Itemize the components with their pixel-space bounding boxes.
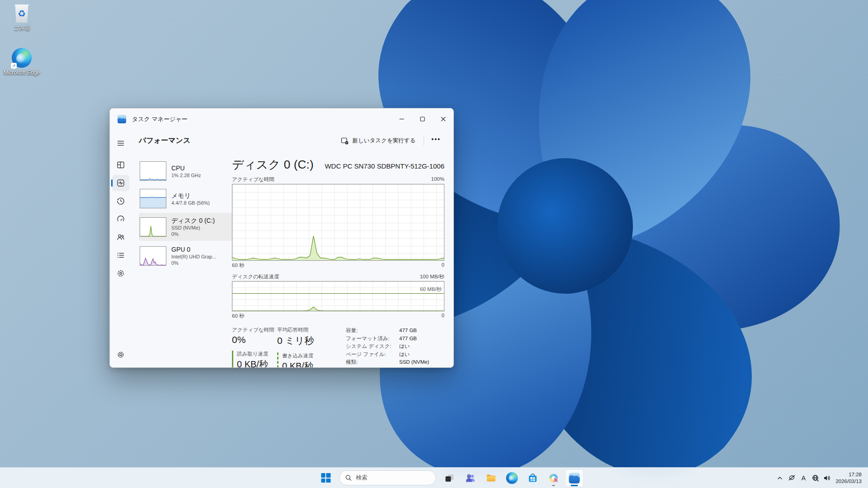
sidebar-item-settings[interactable] — [112, 347, 129, 363]
perf-item-memory[interactable]: メモリ 4.4/7.8 GB (56%) — [139, 185, 232, 212]
kv-key: フォーマット済み: — [346, 335, 399, 343]
chart2-x-right: 0 — [442, 313, 444, 319]
perf-item-cpu[interactable]: CPU 1% 2.28 GHz — [139, 158, 232, 184]
response-time-value: 0 ミリ秒 — [277, 334, 330, 347]
disk-stats: アクティブな時間 0% 読み取り速度 0 KB/秒 平均応答時間 0 ミリ秒 — [232, 327, 444, 368]
desktop-icon-recycle-bin[interactable]: ♻ ごみ箱 — [1, 5, 42, 32]
details-list-icon — [116, 251, 125, 260]
task-manager-icon — [569, 473, 580, 483]
read-speed-label: 読み取り速度 — [237, 351, 277, 357]
chart1-x-right: 0 — [442, 262, 444, 269]
transfer-rate-chart: 60 MB/秒 — [232, 281, 444, 311]
perf-item-sub: Intel(R) UHD Grap... — [171, 253, 217, 260]
tray-clock[interactable]: 17:28 2026/03/13 — [833, 471, 865, 485]
pen-disabled-icon — [788, 474, 796, 482]
taskbar-item-paint[interactable] — [544, 469, 562, 487]
chart2-x-left: 60 秒 — [232, 313, 245, 319]
tray-network[interactable] — [809, 470, 821, 486]
content-header: パフォーマンス 新しいタスクを実行する ••• — [139, 130, 444, 151]
write-speed-value: 0 KB/秒 — [282, 360, 330, 368]
perf-item-sub: SSD (NVMe) — [171, 225, 215, 231]
maximize-button[interactable] — [412, 108, 433, 130]
kv-value: はい — [399, 343, 410, 351]
chevron-up-icon — [777, 475, 783, 481]
taskbar-item-teams[interactable]: T — [461, 469, 479, 487]
read-speed-block: 読み取り速度 0 KB/秒 — [232, 351, 277, 368]
disk-properties: 容量:477 GB フォーマット済み:477 GB システム ディスク:はい ペ… — [346, 327, 429, 368]
kv-value: SSD (NVMe) — [399, 358, 429, 366]
gpu-mini-chart — [140, 246, 166, 266]
recycle-bin-icon: ♻ — [14, 5, 29, 23]
sidebar-item-users[interactable] — [112, 229, 129, 245]
kv-value: 477 GB — [399, 327, 417, 335]
hamburger-icon — [116, 139, 125, 148]
performance-icon — [116, 178, 125, 188]
tray-pen-disabled[interactable] — [786, 470, 797, 486]
tray-show-hidden-icons[interactable] — [774, 470, 786, 486]
perf-item-title: GPU 0 — [171, 245, 217, 253]
response-time-label: 平均応答時間 — [277, 327, 330, 333]
perf-item-title: CPU — [171, 164, 201, 172]
ime-a-icon: A — [802, 474, 806, 482]
speaker-icon — [823, 474, 831, 482]
kv-value: はい — [399, 351, 410, 359]
tray-volume[interactable] — [821, 470, 833, 486]
desktop-icon-label: Microsoft Edge — [4, 70, 40, 76]
settings-gear-icon — [116, 350, 125, 359]
perf-item-disk[interactable]: ディスク 0 (C:) SSD (NVMe) 0% — [139, 213, 232, 241]
chart1-max: 100% — [431, 176, 444, 183]
task-view-button[interactable] — [440, 469, 458, 487]
shortcut-arrow-icon: ↗ — [11, 63, 17, 69]
search-icon — [345, 474, 352, 481]
run-new-task-label: 新しいタスクを実行する — [352, 137, 415, 145]
task-manager-window: タスク マネージャー — [109, 108, 454, 368]
write-speed-block: 書き込み速度 0 KB/秒 — [277, 352, 330, 368]
title-bar[interactable]: タスク マネージャー — [110, 108, 453, 130]
desktop-icon-edge[interactable]: ↗ Microsoft Edge — [1, 48, 42, 76]
kv-key: ページ ファイル: — [346, 351, 399, 359]
more-options-button[interactable]: ••• — [428, 134, 444, 147]
sidebar-item-performance[interactable] — [112, 175, 129, 191]
start-button[interactable] — [316, 469, 335, 487]
active-indicator — [571, 485, 578, 486]
tray-date: 2026/03/13 — [835, 478, 862, 485]
taskbar-item-edge[interactable] — [503, 469, 521, 487]
taskbar-item-file-explorer[interactable] — [482, 469, 500, 487]
sidebar-item-processes[interactable] — [112, 157, 129, 173]
edge-icon: ↗ — [12, 48, 32, 68]
page-title: パフォーマンス — [139, 136, 190, 145]
write-speed-label: 書き込み速度 — [282, 352, 330, 359]
nav-menu-button[interactable] — [112, 135, 129, 151]
file-explorer-icon — [486, 473, 496, 483]
memory-mini-chart — [140, 189, 166, 208]
close-button[interactable] — [433, 108, 453, 130]
sidebar-item-startup-apps[interactable] — [112, 211, 129, 227]
task-manager-app-icon — [118, 115, 126, 123]
taskbar-search[interactable]: 検索 — [339, 470, 436, 485]
kv-key: システム ディスク: — [346, 343, 399, 351]
edge-icon — [506, 472, 518, 484]
teams-icon: T — [465, 473, 476, 483]
svg-text:T: T — [468, 474, 470, 478]
perf-item-sub: 1% 2.28 GHz — [171, 172, 201, 178]
run-new-task-button[interactable]: 新しいタスクを実行する — [336, 134, 420, 147]
desktop: ♻ ごみ箱 ↗ Microsoft Edge タスク マネージャー — [0, 0, 868, 488]
perf-item-sub2: 0% — [171, 260, 217, 266]
divider — [424, 136, 424, 145]
kv-value: 477 GB — [399, 335, 417, 343]
task-view-icon — [444, 473, 455, 483]
sidebar — [110, 130, 132, 367]
perf-item-sub2: 0% — [171, 231, 215, 237]
tray-ime-mode[interactable]: A — [797, 470, 809, 486]
system-tray: A 17:28 2026/03/13 — [774, 468, 865, 488]
active-time-label: アクティブな時間 — [232, 327, 277, 333]
sidebar-item-services[interactable] — [112, 265, 129, 282]
disk-detail-pane: ディスク 0 (C:) WDC PC SN730 SDBPNTY-512G-10… — [232, 151, 444, 367]
sidebar-item-app-history[interactable] — [112, 193, 129, 209]
taskbar-item-store[interactable] — [524, 469, 542, 487]
perf-item-gpu[interactable]: GPU 0 Intel(R) UHD Grap... 0% — [139, 242, 232, 270]
disk-mini-chart — [140, 217, 166, 237]
sidebar-item-details[interactable] — [112, 247, 129, 263]
minimize-button[interactable] — [391, 108, 412, 130]
taskbar-item-task-manager[interactable] — [565, 469, 583, 487]
